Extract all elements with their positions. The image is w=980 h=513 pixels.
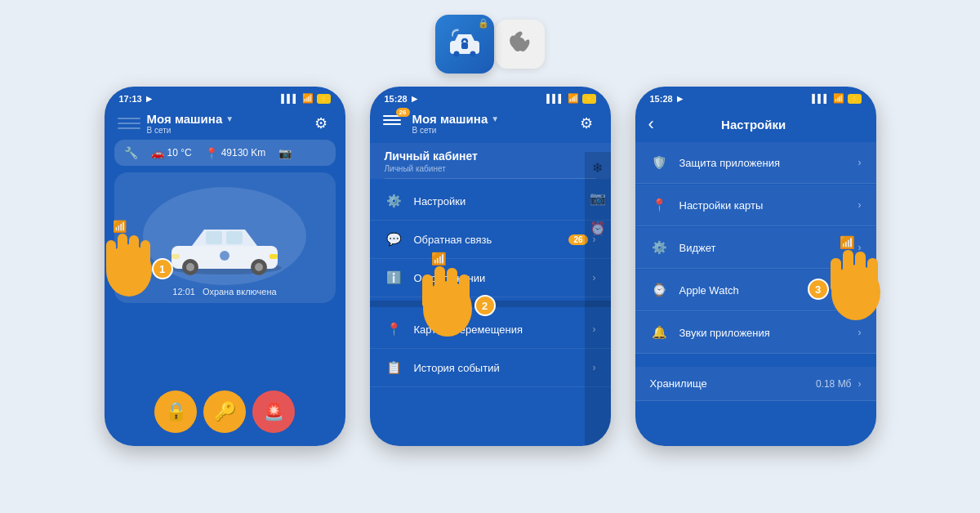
stat-engine: 🔧 <box>124 146 138 159</box>
chevron-protection: › <box>858 157 862 168</box>
gesture1-container: 📶 1 <box>88 217 170 302</box>
menu-separator1 <box>385 178 596 179</box>
map-settings-icon: 📍 <box>650 195 670 215</box>
settings-header: ‹ Настройки <box>635 107 876 141</box>
location-pin-icon: 📍 <box>205 147 218 159</box>
svg-rect-18 <box>118 234 127 270</box>
phone1-status-bar: 17:13 ▶ ▌▌▌ 📶 ⚡ <box>105 87 345 107</box>
svg-rect-29 <box>831 258 841 292</box>
stat-mileage: 📍 49130 Km <box>205 147 266 159</box>
app-icon-apple <box>496 20 545 69</box>
svg-rect-13 <box>270 254 278 259</box>
app-icon-main: 🔒 <box>435 15 494 74</box>
feedback-icon: 💬 <box>385 230 404 249</box>
phone3-status-bar: 15:28 ▶ ▌▌▌ 📶 ⚡ <box>635 87 876 107</box>
battery2-icon: ⚡ <box>582 94 596 104</box>
chevron-map-settings: › <box>858 199 862 211</box>
settings-item-storage[interactable]: Хранилище 0.18 Мб › <box>635 367 876 401</box>
menu-btn[interactable]: 26 <box>383 112 406 135</box>
back-button[interactable]: ‹ <box>648 114 654 135</box>
gesture1-badge: 1 <box>152 258 173 279</box>
settings-icon: ⚙️ <box>385 191 404 211</box>
svg-rect-31 <box>855 252 866 292</box>
phone3-wrapper: 15:28 ▶ ▌▌▌ 📶 ⚡ ‹ Настройки 🛡️ Защита пр… <box>635 87 876 446</box>
menu-item-history[interactable]: 📋 История событий › <box>370 349 611 387</box>
svg-text:📶: 📶 <box>113 220 127 234</box>
svg-text:📶: 📶 <box>431 252 447 266</box>
phone2-status: В сети <box>412 126 500 135</box>
phone1-wrapper: 17:13 ▶ ▌▌▌ 📶 ⚡ <box>105 87 345 446</box>
settings-storage-value: 0.18 Мб <box>816 378 852 390</box>
signal2-icon: ▌▌▌ <box>546 94 564 103</box>
menu-icon[interactable] <box>118 112 140 135</box>
side-snowflake: ❄ <box>592 160 603 176</box>
camera-icon: 📷 <box>278 147 292 159</box>
car-image <box>159 215 290 280</box>
svg-point-2 <box>470 51 476 57</box>
phone2-gear[interactable]: ⚙ <box>575 112 598 135</box>
phone2-wrapper: 15:28 ▶ ▌▌▌ 📶 ⚡ <box>370 87 611 446</box>
svg-rect-25 <box>447 268 457 309</box>
settings-gap <box>635 355 876 366</box>
settings-protection-label: Защита приложения <box>679 157 858 169</box>
svg-rect-24 <box>434 266 445 309</box>
gesture3-badge: 3 <box>808 279 829 300</box>
phone1-car-status: 12:01 Охрана включена <box>172 287 276 297</box>
wifi3-icon: 📶 <box>833 93 844 104</box>
location2-icon: ▶ <box>412 95 417 103</box>
menu-section1-title: Личный кабинет <box>370 143 611 164</box>
menu-section1: Личный кабинет Личный кабинет <box>370 143 611 179</box>
settings-map-label: Настройки карты <box>679 199 858 212</box>
gesture2-container: 📶 2 <box>403 250 492 343</box>
sound-icon: 🔔 <box>650 323 670 342</box>
btn-alarm[interactable]: 🚨 <box>252 390 295 433</box>
svg-rect-30 <box>843 250 853 292</box>
svg-point-4 <box>519 32 523 36</box>
btn-engine[interactable]: 🔑 <box>203 390 246 433</box>
side-photo: 📷 <box>590 190 606 206</box>
phone2-car-name: Моя машина <box>412 112 488 126</box>
location-icon: ▶ <box>146 95 152 103</box>
btn-lock[interactable]: 🔒 <box>154 390 197 433</box>
svg-rect-23 <box>422 274 433 309</box>
phone1-car-name: Моя машина <box>147 112 223 126</box>
gesture2-badge: 2 <box>474 295 496 316</box>
menu-badge-num: 26 <box>396 108 410 117</box>
app-icons-row: 🔒 <box>435 15 545 74</box>
signal-icon: ▌▌▌ <box>281 94 298 103</box>
svg-rect-20 <box>140 240 150 270</box>
battery-icon: ⚡ <box>317 94 331 104</box>
wifi-icon: 📶 <box>302 93 314 104</box>
svg-rect-17 <box>106 240 116 271</box>
settings-storage-label: Хранилище <box>650 377 816 390</box>
settings-sounds-label: Звуки приложения <box>679 327 858 339</box>
shield-icon: 🛡️ <box>650 153 670 172</box>
map-icon: 📍 <box>385 319 404 339</box>
phone1-header: Моя машина ▼ В сети ⚙ <box>105 107 345 140</box>
settings-title: Настройки <box>664 118 844 132</box>
menu-item-settings-label: Настройки <box>414 195 593 207</box>
phone1-bottom-btns: 🔒 🔑 🚨 <box>105 384 345 439</box>
phone1-gear[interactable]: ⚙ <box>310 112 332 135</box>
settings-item-map[interactable]: 📍 Настройки карты › <box>635 185 876 226</box>
phone1-stats: 🔧 🚗 10 °C 📍 49130 Km 📷 <box>114 140 336 166</box>
svg-rect-32 <box>867 258 878 292</box>
svg-point-12 <box>255 263 263 271</box>
svg-rect-26 <box>459 274 470 309</box>
stat-temp: 🚗 10 °C <box>151 147 192 159</box>
gesture3-hand-svg: 📶 <box>811 234 901 323</box>
dropdown2-icon[interactable]: ▼ <box>491 114 499 123</box>
phone1-status: В сети <box>147 126 234 135</box>
phone2-header: 26 Моя машина ▼ В сети ⚙ <box>370 107 611 140</box>
settings-item-protection[interactable]: 🛡️ Защита приложения › <box>635 142 876 184</box>
battery3-icon: ⚡ <box>848 94 862 104</box>
dropdown-icon[interactable]: ▼ <box>225 114 234 123</box>
svg-rect-19 <box>129 235 139 270</box>
menu-item-settings[interactable]: ⚙️ Настройки › <box>370 182 611 221</box>
phone1-time: 17:13 ▶ <box>119 94 152 104</box>
stat-camera: 📷 <box>278 147 292 159</box>
side-icons: ❄ 📷 ⏰ <box>585 152 611 446</box>
svg-rect-14 <box>172 254 180 259</box>
chevron-sounds: › <box>858 327 862 338</box>
phones-row: 17:13 ▶ ▌▌▌ 📶 ⚡ <box>105 87 876 446</box>
